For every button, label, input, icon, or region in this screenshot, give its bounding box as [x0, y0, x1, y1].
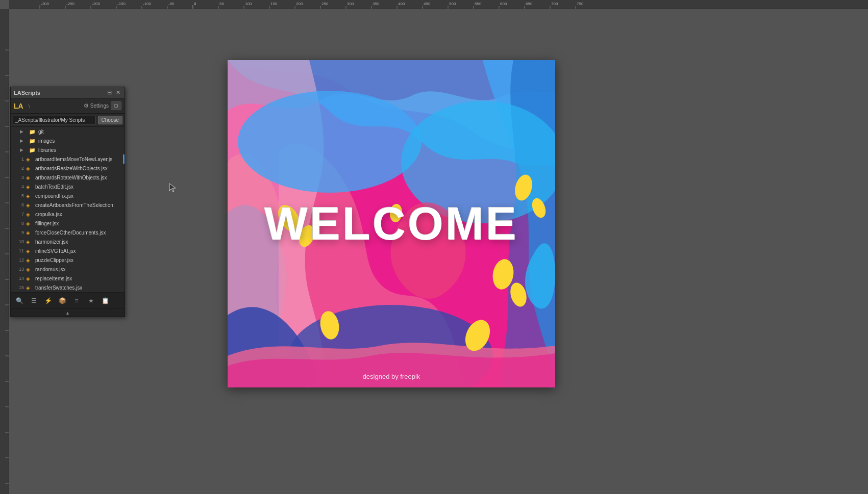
- svg-text:700: 700: [551, 2, 558, 6]
- jsx-icon: ◈: [26, 221, 33, 226]
- file-name-5: compoundFix.jsx: [35, 193, 73, 199]
- box-tab[interactable]: 📦: [56, 295, 69, 306]
- file-name-15: transferSwatches.jsx: [35, 285, 82, 291]
- svg-text:-100: -100: [143, 2, 152, 6]
- folder-libraries-name: libraries: [38, 147, 56, 153]
- svg-text:250: 250: [321, 2, 329, 6]
- svg-text:300: 300: [347, 2, 354, 6]
- jsx-icon: ◈: [26, 157, 33, 162]
- file-item-2[interactable]: 2 ◈ artboardsResizeWithObjects.jsx: [11, 164, 125, 173]
- file-item-7[interactable]: 7 ◈ cropulka.jsx: [11, 210, 125, 219]
- svg-text:150: 150: [270, 2, 278, 6]
- lightning-tab[interactable]: ⚡: [41, 295, 55, 306]
- file-name-4: batchTextEdit.jsx: [35, 184, 73, 190]
- svg-text:650: 650: [526, 2, 533, 6]
- file-item-11[interactable]: 11 ◈ inlineSVGToAI.jsx: [11, 246, 125, 255]
- svg-text:500: 500: [449, 2, 456, 6]
- file-num: 3: [15, 175, 24, 180]
- path-input[interactable]: [13, 116, 96, 124]
- list-icon: ☰: [31, 297, 37, 304]
- choose-button[interactable]: Choose: [98, 116, 122, 124]
- artboard: WELCOME designed by freepik: [228, 60, 555, 387]
- settings-label: Settings: [90, 103, 109, 109]
- jsx-icon: ◈: [26, 248, 33, 254]
- folder-images[interactable]: ▶ 📁 images: [11, 136, 125, 145]
- file-item-13[interactable]: 13 ◈ randomus.jsx: [11, 265, 125, 274]
- panel-close-button[interactable]: ✕: [115, 90, 121, 95]
- file-item-4[interactable]: 4 ◈ batchTextEdit.jsx: [11, 182, 125, 191]
- file-num: 4: [15, 184, 24, 189]
- file-item-6[interactable]: 6 ◈ createArtboardsFromTheSelection: [11, 200, 125, 210]
- panel-tabs: 🔍 ☰ ⚡ 📦 ≡ ★ 📋: [11, 292, 125, 308]
- svg-rect-0: [9, 0, 868, 9]
- svg-text:600: 600: [500, 2, 507, 6]
- folder-images-name: images: [38, 138, 55, 144]
- clipboard-tab[interactable]: 📋: [98, 295, 112, 306]
- gear-icon: ⚙: [84, 102, 89, 109]
- search-tab[interactable]: 🔍: [13, 295, 26, 306]
- file-num: 2: [15, 166, 24, 171]
- folder-icon: 📁: [29, 147, 36, 153]
- svg-point-65: [238, 91, 421, 193]
- file-num: 6: [15, 202, 24, 207]
- panel-titlebar: LAScripts ⊟ ✕: [11, 87, 125, 98]
- file-item-3[interactable]: 3 ◈ artboardsRotateWithObjects.jsx: [11, 173, 125, 182]
- list-tab[interactable]: ☰: [27, 295, 40, 306]
- file-num: 11: [15, 248, 24, 253]
- file-item-8[interactable]: 8 ◈ fillinger.jsx: [11, 219, 125, 228]
- file-num: 15: [15, 285, 24, 290]
- file-num: 14: [15, 276, 24, 281]
- svg-text:50: 50: [219, 2, 224, 6]
- file-list[interactable]: ▶ 📁 git ▶ 📁 images ▶ 📁 libraries 1 ◈ art…: [11, 127, 125, 292]
- file-num: 9: [15, 230, 24, 235]
- file-item-10[interactable]: 10 ◈ harmonizer.jsx: [11, 237, 125, 246]
- export-icon: ⬡: [114, 103, 118, 109]
- settings-button[interactable]: ⚙ Settings: [84, 102, 109, 109]
- folder-git[interactable]: ▶ 📁 git: [11, 127, 125, 136]
- star-tab[interactable]: ★: [84, 295, 97, 306]
- panel-controls: ⊟ ✕: [106, 90, 121, 95]
- panel-title: LAScripts: [14, 90, 40, 96]
- panel-minimize-button[interactable]: ⊟: [106, 90, 113, 95]
- star-icon: ★: [88, 297, 94, 304]
- file-name-14: replaceItems.jsx: [35, 276, 72, 281]
- lightning-icon: ⚡: [44, 297, 52, 304]
- file-name-7: cropulka.jsx: [35, 212, 62, 217]
- collapse-bar[interactable]: ▲: [11, 308, 125, 317]
- file-name-2: artboardsResizeWithObjects.jsx: [35, 166, 108, 171]
- file-item-1[interactable]: 1 ◈ artboardItemsMoveToNewLayer.js: [11, 154, 125, 164]
- lascripts-panel: LAScripts ⊟ ✕ LA \ ⚙ Settings ⬡ Choose ▶…: [10, 87, 125, 317]
- search-icon: 🔍: [16, 297, 23, 304]
- file-item-12[interactable]: 12 ◈ puzzleClipper.jsx: [11, 255, 125, 265]
- file-num: 13: [15, 267, 24, 272]
- jsx-icon: ◈: [26, 212, 33, 217]
- layers-icon: ≡: [75, 297, 78, 304]
- collapse-arrow-icon: ▲: [65, 310, 70, 316]
- expand-arrow-icon: ▶: [20, 138, 27, 143]
- svg-text:-250: -250: [66, 2, 75, 6]
- canvas-area: WELCOME designed by freepik: [9, 9, 868, 494]
- file-item-5[interactable]: 5 ◈ compoundFix.jsx: [11, 191, 125, 200]
- folder-libraries[interactable]: ▶ 📁 libraries: [11, 145, 125, 154]
- file-name-9: forceCloseOtherDocuments.jsx: [35, 230, 106, 236]
- export-button[interactable]: ⬡: [111, 101, 121, 110]
- file-item-15[interactable]: 15 ◈ transferSwatches.jsx: [11, 283, 125, 292]
- file-num: 5: [15, 193, 24, 198]
- svg-text:450: 450: [424, 2, 431, 6]
- file-item-9[interactable]: 9 ◈ forceCloseOtherDocuments.jsx: [11, 228, 125, 237]
- path-bar: Choose: [11, 114, 125, 127]
- layers-tab[interactable]: ≡: [70, 295, 83, 306]
- svg-text:550: 550: [475, 2, 482, 6]
- svg-text:-300: -300: [41, 2, 49, 6]
- jsx-icon: ◈: [26, 184, 33, 190]
- file-item-14[interactable]: 14 ◈ replaceItems.jsx: [11, 274, 125, 283]
- svg-text:-200: -200: [92, 2, 101, 6]
- ruler-left: [0, 9, 9, 494]
- svg-text:-50: -50: [168, 2, 175, 6]
- ruler-top: -300 -250 -200 -150 -100 -50 0 50 100 15…: [9, 0, 868, 9]
- jsx-icon: ◈: [26, 239, 33, 245]
- svg-text:0: 0: [194, 2, 196, 6]
- jsx-icon: ◈: [26, 285, 33, 291]
- file-name-13: randomus.jsx: [35, 267, 65, 272]
- svg-text:100: 100: [245, 2, 252, 6]
